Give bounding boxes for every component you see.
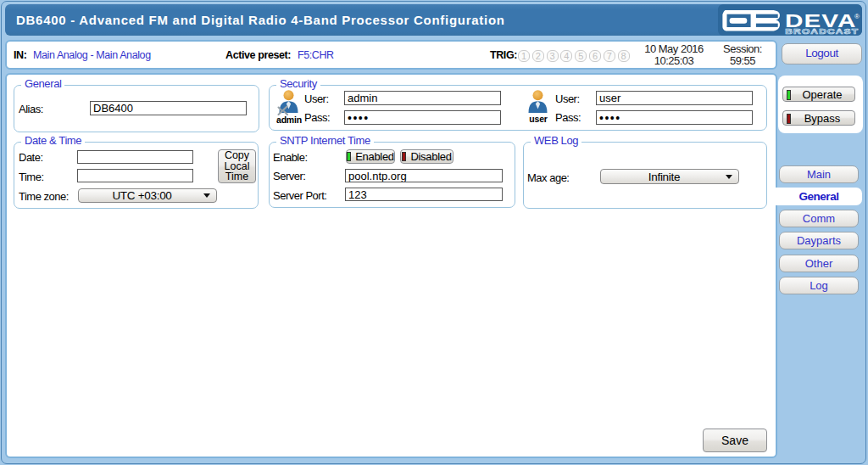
svg-text:®: ® bbox=[854, 13, 860, 20]
svg-text:BROADCAST: BROADCAST bbox=[785, 27, 859, 36]
